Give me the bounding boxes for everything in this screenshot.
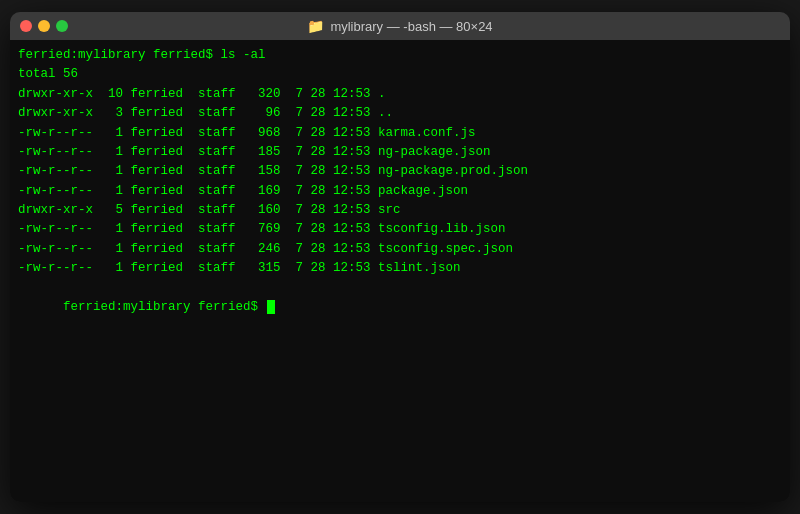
window-title: 📁 mylibrary — -bash — 80×24 <box>307 18 492 34</box>
minimize-button[interactable] <box>38 20 50 32</box>
terminal-window: 📁 mylibrary — -bash — 80×24 ferried:myli… <box>10 12 790 502</box>
titlebar: 📁 mylibrary — -bash — 80×24 <box>10 12 790 40</box>
traffic-lights <box>20 20 68 32</box>
folder-icon: 📁 <box>307 18 324 34</box>
total-line: total 56 <box>18 65 782 84</box>
close-button[interactable] <box>20 20 32 32</box>
prompt-line: ferried:mylibrary ferried$ <box>18 279 782 337</box>
command-line: ferried:mylibrary ferried$ ls -al <box>18 46 782 65</box>
maximize-button[interactable] <box>56 20 68 32</box>
ls-line-8: -rw-r--r-- 1 ferried staff 246 7 28 12:5… <box>18 240 782 259</box>
ls-line-5: -rw-r--r-- 1 ferried staff 169 7 28 12:5… <box>18 182 782 201</box>
ls-line-3: -rw-r--r-- 1 ferried staff 185 7 28 12:5… <box>18 143 782 162</box>
ls-line-4: -rw-r--r-- 1 ferried staff 158 7 28 12:5… <box>18 162 782 181</box>
ls-line-7: -rw-r--r-- 1 ferried staff 769 7 28 12:5… <box>18 220 782 239</box>
ls-line-1: drwxr-xr-x 3 ferried staff 96 7 28 12:53… <box>18 104 782 123</box>
title-label: mylibrary — -bash — 80×24 <box>330 19 492 34</box>
cursor <box>267 300 275 314</box>
ls-line-9: -rw-r--r-- 1 ferried staff 315 7 28 12:5… <box>18 259 782 278</box>
ls-line-2: -rw-r--r-- 1 ferried staff 968 7 28 12:5… <box>18 124 782 143</box>
ls-line-6: drwxr-xr-x 5 ferried staff 160 7 28 12:5… <box>18 201 782 220</box>
terminal-body[interactable]: ferried:mylibrary ferried$ ls -al total … <box>10 40 790 502</box>
ls-line-0: drwxr-xr-x 10 ferried staff 320 7 28 12:… <box>18 85 782 104</box>
